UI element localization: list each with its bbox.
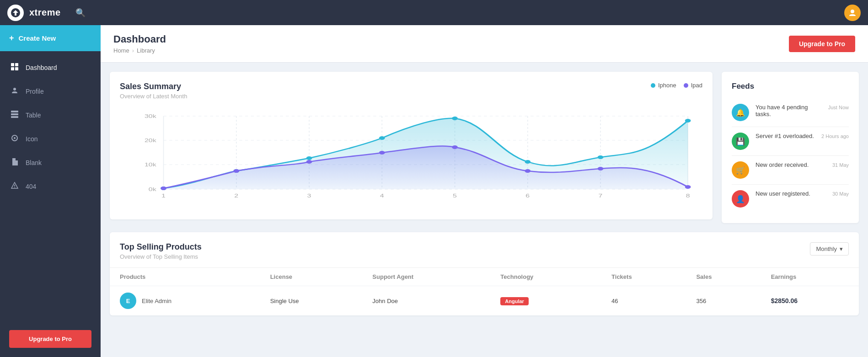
top-selling-header: Top Selling Products Overview of Top Sel…: [110, 232, 859, 268]
breadcrumb-separator: ›: [132, 47, 134, 54]
breadcrumb: Home › Library: [113, 47, 166, 54]
svg-rect-9: [11, 116, 18, 118]
iphone-dot-8: [685, 119, 691, 123]
sidebar-item-profile[interactable]: Profile: [0, 80, 101, 103]
table-head: Products License Support Agent Technolog…: [110, 268, 859, 286]
svg-text:30k: 30k: [145, 114, 156, 119]
chart-legend: Iphone Ipad: [651, 82, 702, 89]
feed-time-1: 2 Hours ago: [821, 133, 849, 139]
top-selling-title: Top Selling Products: [120, 242, 202, 252]
page-title: Dashboard: [113, 33, 166, 45]
svg-rect-4: [11, 67, 14, 70]
sales-subtitle: Overview of Latest Month: [120, 93, 187, 100]
svg-text:7: 7: [599, 193, 603, 198]
iphone-dot-6: [525, 160, 530, 164]
svg-text:1: 1: [161, 193, 166, 198]
create-new-button[interactable]: + Create New: [0, 25, 101, 51]
content-area: Sales Summary Overview of Latest Month I…: [101, 63, 868, 232]
svg-rect-2: [11, 63, 14, 66]
sidebar-item-icon[interactable]: Icon: [0, 127, 101, 151]
iphone-label: Iphone: [658, 82, 676, 89]
svg-point-6: [13, 88, 16, 91]
plus-icon: +: [9, 33, 14, 43]
iphone-dot-7: [598, 155, 604, 159]
svg-text:0k: 0k: [149, 187, 156, 192]
feeds-card: Feeds 🔔 You have 4 pending tasks. Just N…: [722, 72, 859, 223]
col-earnings: Earnings: [761, 268, 859, 286]
svg-rect-3: [15, 63, 18, 66]
sidebar-item-blank[interactable]: Blank: [0, 151, 101, 175]
tech-badge: Angular: [500, 297, 529, 305]
app-name: xtreme: [29, 7, 61, 18]
side-column: Feeds 🔔 You have 4 pending tasks. Just N…: [722, 72, 859, 223]
feed-message-0: You have 4 pending tasks.: [755, 104, 822, 117]
svg-text:5: 5: [453, 193, 457, 198]
feed-time-2: 31 May: [832, 162, 849, 168]
ipad-dot-3: [306, 160, 312, 164]
feed-time-0: Just Now: [828, 105, 849, 110]
top-navigation: xtreme 🔍: [0, 0, 868, 25]
blank-icon: [10, 158, 19, 167]
col-support: Support Agent: [362, 268, 490, 286]
ipad-label: Ipad: [691, 82, 702, 89]
feed-icon-bell: 🔔: [732, 104, 749, 121]
table-body: E Elite Admin Single Use John Doe Angula…: [110, 286, 859, 316]
sales-summary-card: Sales Summary Overview of Latest Month I…: [110, 72, 713, 219]
svg-rect-7: [11, 111, 18, 112]
profile-icon: [10, 87, 19, 96]
svg-text:6: 6: [525, 193, 530, 198]
svg-text:4: 4: [380, 193, 384, 198]
main-layout: + Create New Dashboard: [0, 25, 868, 357]
svg-rect-8: [11, 113, 18, 115]
svg-text:8: 8: [686, 193, 690, 198]
monthly-filter[interactable]: Monthly ▾: [810, 242, 849, 256]
svg-text:3: 3: [307, 193, 311, 198]
feed-text-3: New user registered.: [755, 190, 826, 197]
ipad-dot-1: [161, 186, 166, 190]
ipad-dot-2: [233, 169, 239, 173]
col-sales: Sales: [686, 268, 761, 286]
feed-text-1: Server #1 overloaded.: [755, 133, 815, 139]
tickets-cell: 46: [601, 286, 686, 316]
user-avatar[interactable]: [844, 5, 861, 21]
search-icon[interactable]: 🔍: [75, 8, 86, 18]
products-table: Products License Support Agent Technolog…: [110, 268, 859, 315]
feed-icon-order: 🛒: [732, 161, 749, 179]
product-name: Elite Admin: [142, 298, 171, 304]
license-cell: Single Use: [260, 286, 363, 316]
breadcrumb-home[interactable]: Home: [113, 47, 129, 54]
svg-point-1: [851, 10, 854, 13]
iphone-dot-3: [306, 156, 312, 160]
sidebar-upgrade-button[interactable]: Upgrade to Pro: [9, 330, 91, 348]
col-tickets: Tickets: [601, 268, 686, 286]
feed-item-3: 👤 New user registered. 30 May: [732, 185, 849, 213]
table-row: E Elite Admin Single Use John Doe Angula…: [110, 286, 859, 316]
bottom-section: Top Selling Products Overview of Top Sel…: [101, 232, 868, 325]
main-content: Dashboard Home › Library Upgrade to Pro …: [101, 25, 868, 357]
table-header-row: Products License Support Agent Technolog…: [110, 268, 859, 286]
technology-cell: Angular: [490, 286, 601, 316]
sidebar-upgrade-section: Upgrade to Pro: [0, 321, 101, 357]
sidebar-item-404[interactable]: 404: [0, 175, 101, 198]
page-header-left: Dashboard Home › Library: [113, 33, 166, 54]
top-selling-titles: Top Selling Products Overview of Top Sel…: [120, 242, 202, 260]
sidebar-item-dashboard[interactable]: Dashboard: [0, 56, 101, 80]
app-logo: [7, 5, 24, 21]
svg-point-13: [14, 187, 15, 188]
icon-icon: [10, 134, 19, 144]
sidebar-menu: Dashboard Profile: [0, 51, 101, 321]
product-avatar: E: [120, 293, 136, 309]
sidebar-item-table[interactable]: Table: [0, 103, 101, 127]
svg-text:2: 2: [234, 193, 238, 198]
top-selling-subtitle: Overview of Top Selling Items: [120, 253, 202, 260]
ipad-dot-8: [685, 185, 691, 189]
iphone-dot: [651, 83, 655, 88]
col-technology: Technology: [490, 268, 601, 286]
sales-titles: Sales Summary Overview of Latest Month: [120, 82, 187, 100]
feed-item-2: 🛒 New order received. 31 May: [732, 156, 849, 185]
table-icon: [10, 111, 19, 120]
feeds-title: Feeds: [732, 82, 849, 91]
feed-message-1: Server #1 overloaded.: [755, 133, 815, 139]
upgrade-pro-button[interactable]: Upgrade to Pro: [789, 36, 855, 52]
nav-left: xtreme 🔍: [7, 5, 86, 21]
